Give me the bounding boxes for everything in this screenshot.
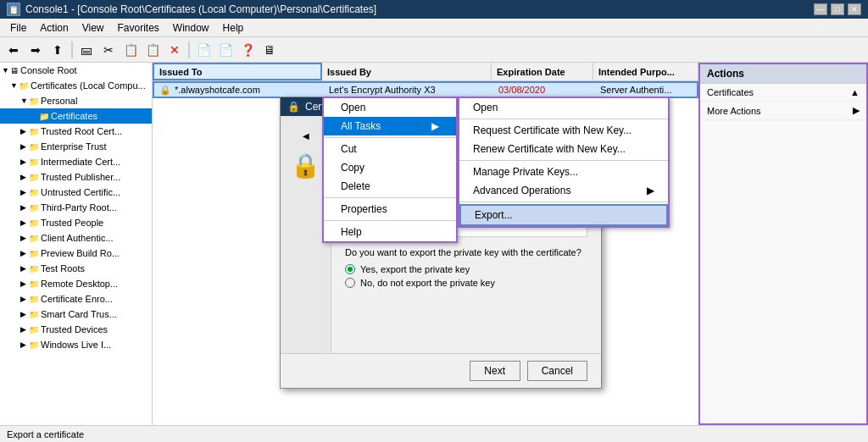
cert-issuer: Let's Encrypt Authority X3 <box>329 85 436 95</box>
next-btn[interactable]: Next <box>470 361 520 381</box>
radio-yes-btn[interactable] <box>345 264 355 274</box>
menu-file[interactable]: File <box>3 20 33 36</box>
props-btn[interactable]: 📄 <box>215 40 236 60</box>
forward-btn[interactable]: ➡ <box>25 40 46 60</box>
sub-request-new-key-label: Request Certificate with New Key... <box>473 124 632 136</box>
tree-item-smart-card[interactable]: ▶ 📁 Smart Card Trus... <box>0 307 152 322</box>
sub-renew-new-key[interactable]: Renew Certificate with New Key... <box>459 140 668 158</box>
ctx-copy[interactable]: Copy <box>324 158 456 177</box>
sub-sep2 <box>459 160 668 161</box>
ctx-properties[interactable]: Properties <box>324 200 456 218</box>
paste-btn[interactable]: 📋 <box>142 40 163 60</box>
tree-item-personal[interactable]: ▼ 📁 Personal <box>0 93 152 108</box>
folder-icon: 📁 <box>19 81 29 91</box>
tree-item-console-root[interactable]: ▼ 🖥 Console Root <box>0 63 152 78</box>
ctx-copy-label: Copy <box>341 162 364 174</box>
menu-favorites[interactable]: Favorites <box>111 20 166 36</box>
ctx-cut-label: Cut <box>341 143 357 155</box>
cert-purpose-cell: Server Authenti... <box>595 85 697 95</box>
tree-item-remote-desktop[interactable]: ▶ 📁 Remote Desktop... <box>0 276 152 291</box>
tree-item-enterprise-trust[interactable]: ▶ 📁 Enterprise Trust <box>0 139 152 154</box>
tree-label: Console Root <box>20 65 77 75</box>
tree-label: Client Authentic... <box>41 233 114 243</box>
expand-icon: ▶ <box>20 249 29 257</box>
ctx-help[interactable]: Help <box>324 223 456 241</box>
menu-action[interactable]: Action <box>33 20 75 36</box>
delete-btn[interactable]: ✕ <box>164 40 185 60</box>
tree-item-test-roots[interactable]: ▶ 📁 Test Roots <box>0 261 152 276</box>
tree-item-trusted-root[interactable]: ▶ 📁 Trusted Root Cert... <box>0 124 152 139</box>
disk-btn[interactable]: 🖴 <box>76 40 97 60</box>
menu-bar: File Action View Favorites Window Help <box>0 19 868 37</box>
tree-item-trusted-people[interactable]: ▶ 📁 Trusted People <box>0 215 152 230</box>
up-btn[interactable]: ⬆ <box>47 40 68 60</box>
sub-export[interactable]: Export... <box>459 204 668 226</box>
folder-icon: 📁 <box>29 325 39 334</box>
menu-window[interactable]: Window <box>166 20 216 36</box>
menu-help[interactable]: Help <box>216 20 251 36</box>
radio-no-btn[interactable] <box>345 278 355 288</box>
tree-item-trusted-publishers[interactable]: ▶ 📁 Trusted Publisher... <box>0 169 152 185</box>
tree-item-certificates[interactable]: 📁 Certificates <box>0 108 152 124</box>
cancel-btn[interactable]: Cancel <box>527 361 587 381</box>
ctx-help-label: Help <box>341 226 362 238</box>
close-btn[interactable]: ✕ <box>848 3 861 15</box>
expand-icon: ▶ <box>20 218 29 227</box>
sub-advanced-ops[interactable]: Advanced Operations ▶ <box>459 181 668 200</box>
tree-label: Trusted Publisher... <box>41 172 120 182</box>
actions-certificates[interactable]: Certificates ▲ <box>700 84 866 102</box>
sub-open[interactable]: Open <box>459 98 668 117</box>
folder-icon: 📁 <box>29 157 39 167</box>
sub-manage-keys[interactable]: Manage Private Keys... <box>459 163 668 181</box>
copy-btn[interactable]: 📋 <box>120 40 141 60</box>
actions-more[interactable]: More Actions ▶ <box>700 102 866 120</box>
ctx-delete-label: Delete <box>341 180 370 192</box>
tree-item-intermediate[interactable]: ▶ 📁 Intermediate Cert... <box>0 154 152 169</box>
dialog-footer: Next Cancel <box>281 353 601 388</box>
back-btn[interactable]: ⬅ <box>3 40 24 60</box>
certificate-row[interactable]: 🔒 *.alwayshotcafe.com Let's Encrypt Auth… <box>153 81 698 98</box>
ctx-open-label: Open <box>341 102 365 113</box>
expand-icon: ▼ <box>2 66 10 75</box>
tree-item-third-party[interactable]: ▶ 📁 Third-Party Root... <box>0 200 152 215</box>
help-btn[interactable]: ❓ <box>237 40 258 60</box>
ctx-open[interactable]: Open <box>324 98 456 117</box>
new-btn[interactable]: 📄 <box>193 40 214 60</box>
col-issued-to[interactable]: Issued To <box>153 63 322 80</box>
expand-icon: ▶ <box>20 127 29 135</box>
radio-yes[interactable]: Yes, export the private key <box>345 264 587 274</box>
tree-item-client-auth[interactable]: ▶ 📁 Client Authentic... <box>0 230 152 246</box>
ctx-all-tasks[interactable]: All Tasks ▶ <box>324 117 456 135</box>
toolbar: ⬅ ➡ ⬆ 🖴 ✂ 📋 📋 ✕ 📄 📄 ❓ 🖥 <box>0 37 868 63</box>
ctx-cut[interactable]: Cut <box>324 140 456 158</box>
ctx-properties-label: Properties <box>341 203 387 215</box>
ctx-delete[interactable]: Delete <box>324 177 456 196</box>
folder-icon: 📁 <box>29 310 39 319</box>
col-expiration[interactable]: Expiration Date <box>492 63 593 80</box>
folder-icon: 📁 <box>39 112 49 121</box>
col-intended[interactable]: Intended Purpo... <box>593 63 698 80</box>
tree-label: Third-Party Root... <box>41 202 117 213</box>
tree-item-trusted-devices[interactable]: ▶ 📁 Trusted Devices <box>0 322 152 337</box>
console-btn[interactable]: 🖥 <box>259 40 280 60</box>
menu-view[interactable]: View <box>75 20 111 36</box>
minimize-btn[interactable]: — <box>814 3 827 15</box>
expand-icon: ▼ <box>20 97 29 105</box>
sub-request-new-key[interactable]: Request Certificate with New Key... <box>459 121 668 140</box>
restore-btn[interactable]: □ <box>831 3 844 15</box>
tree-item-windows-live[interactable]: ▶ 📁 Windows Live I... <box>0 337 152 352</box>
col-issued-by[interactable]: Issued By <box>322 63 492 80</box>
wizard-back-btn[interactable]: ◀ <box>289 123 323 148</box>
column-headers: Issued To Issued By Expiration Date Inte… <box>153 63 698 81</box>
tree-item-cert-enrollment[interactable]: ▶ 📁 Certificate Enro... <box>0 291 152 307</box>
cut-btn[interactable]: ✂ <box>98 40 119 60</box>
folder-icon: 📁 <box>29 295 39 304</box>
tree-label: Trusted Root Cert... <box>41 126 122 136</box>
tree-label: Smart Card Trus... <box>41 309 117 319</box>
tree-item-preview-build[interactable]: ▶ 📁 Preview Build Ro... <box>0 246 152 261</box>
radio-no[interactable]: No, do not export the private key <box>345 278 587 288</box>
folder-icon: 📁 <box>29 173 39 182</box>
expand-icon: ▶ <box>20 264 29 273</box>
tree-item-untrusted[interactable]: ▶ 📁 Untrusted Certific... <box>0 185 152 200</box>
tree-item-certificates-local[interactable]: ▼ 📁 Certificates (Local Compu... <box>0 78 152 93</box>
